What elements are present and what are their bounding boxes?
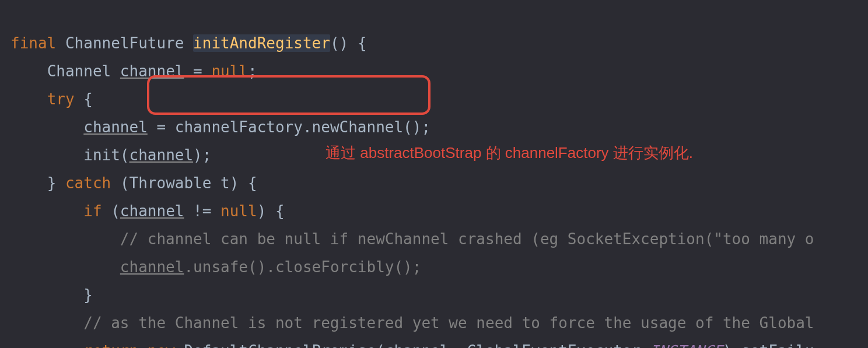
keyword-try: try (47, 90, 75, 108)
type-channelfuture: ChannelFuture (65, 34, 184, 52)
highlight-box (147, 75, 430, 115)
method-name: initAndRegister (193, 34, 330, 52)
var-channel: channel (120, 202, 184, 220)
type-channel: Channel (47, 62, 111, 80)
arg-channel: channel (385, 342, 449, 348)
keyword-final: final (10, 34, 56, 52)
code-editor[interactable]: final ChannelFuture initAndRegister() { … (0, 0, 868, 348)
keyword-new: new (148, 342, 175, 348)
code-line-11[interactable]: // as the Channel is not registered yet … (10, 314, 814, 332)
comment-line: // as the Channel is not registered yet … (83, 314, 814, 332)
arg-channel: channel (130, 146, 194, 164)
type-throwable: Throwable (130, 174, 212, 192)
code-line-5[interactable]: init(channel); (10, 146, 211, 164)
call-closeforcibly: .unsafe().closeForcibly() (184, 258, 412, 276)
keyword-catch: catch (65, 174, 111, 192)
keyword-null: null (220, 202, 257, 220)
code-line-4[interactable]: channel = channelFactory.newChannel(); (10, 118, 430, 136)
code-line-7[interactable]: if (channel != null) { (10, 202, 285, 220)
var-channel: channel (120, 258, 184, 276)
var-channel: channel (83, 118, 148, 136)
comment-line: // channel can be null if newChannel cra… (120, 230, 814, 248)
keyword-if: if (83, 202, 102, 220)
annotation-text: 通过 abstractBootStrap 的 channelFactory 进行… (326, 139, 693, 167)
var-t: t (220, 174, 230, 192)
code-line-12[interactable]: return new DefaultChannelPromise(channel… (10, 342, 814, 348)
code-line-6[interactable]: } catch (Throwable t) { (10, 174, 257, 192)
code-line-3[interactable]: try { (10, 90, 93, 108)
call-newchannel: channelFactory.newChannel() (175, 118, 422, 136)
parens: () (330, 34, 348, 52)
code-line-1[interactable]: final ChannelFuture initAndRegister() { (10, 34, 367, 52)
code-line-8[interactable]: // channel can be null if newChannel cra… (10, 230, 814, 248)
code-line-9[interactable]: channel.unsafe().closeForcibly(); (10, 258, 421, 276)
brace-open: { (358, 34, 367, 52)
class-globaleventexecutor: GlobalEventExecutor. (467, 342, 650, 348)
keyword-return: return (83, 342, 138, 348)
static-instance: INSTANCE (650, 342, 723, 348)
code-line-10[interactable]: } (10, 286, 93, 304)
ctor-defaultchannelpromise: DefaultChannelPromise( (184, 342, 384, 348)
